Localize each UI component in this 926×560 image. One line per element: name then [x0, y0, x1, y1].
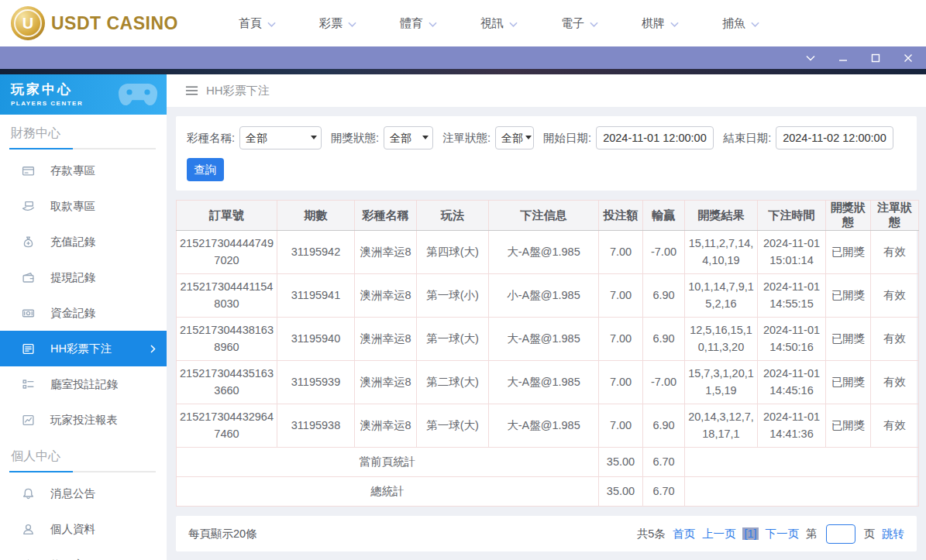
- players-center-header: 玩家中心 PLAYERS CENTER: [0, 74, 167, 115]
- table-header-row: 訂單號期數彩種名稱玩法下注信息投注額輸贏開獎結果下注時間開獎狀態注單狀態: [177, 201, 919, 231]
- sidebar-item-player-bet-report[interactable]: 玩家投注報表: [0, 402, 167, 438]
- jump-page-input[interactable]: [826, 524, 855, 544]
- chevron-down-icon: [751, 22, 759, 27]
- nav-item-fishing[interactable]: 捕魚: [701, 16, 781, 31]
- cell-win-loss: -7.00: [643, 361, 685, 404]
- page-size-text: 每頁顯示20條: [188, 527, 257, 541]
- nav-item-home[interactable]: 首頁: [217, 16, 298, 31]
- withdraw-hand-icon: [22, 200, 35, 213]
- banknote-icon: [22, 307, 35, 320]
- nav-item-label: 彩票: [319, 16, 343, 31]
- cell-order-status: 有效: [871, 318, 919, 361]
- nav-item-electronic[interactable]: 電子: [539, 16, 620, 31]
- decorative-strip: [0, 69, 926, 74]
- col-header-bet-amount: 投注額: [599, 201, 643, 231]
- cell-bet-time: 2024-11-01 15:01:14: [758, 231, 826, 274]
- col-header-order-no: 訂單號: [177, 201, 277, 231]
- sidebar-item-withdraw-zone[interactable]: 取款專區: [0, 188, 167, 224]
- cell-order-no: 2152173044329647460: [177, 404, 277, 448]
- cell-period: 31195941: [277, 274, 355, 318]
- jump-suffix-label: 页: [864, 527, 876, 541]
- draw-status-select[interactable]: 全部: [384, 126, 433, 149]
- section-title: 財務中心: [0, 115, 167, 148]
- window-close-icon[interactable]: [903, 53, 914, 64]
- nav-item-chess[interactable]: 棋牌: [620, 16, 701, 31]
- sidebar-item-deposit-zone[interactable]: 存款專區: [0, 153, 167, 188]
- bell-icon: [22, 487, 35, 500]
- sidebar-item-hh-lottery-bets[interactable]: HH彩票下注: [0, 331, 167, 366]
- cell-order-status: 有效: [871, 404, 919, 448]
- lottery-name-select[interactable]: 全部: [239, 126, 322, 149]
- cell-lottery-name: 澳洲幸运8: [355, 274, 417, 318]
- sidebar-item-funds-records[interactable]: 資金記錄: [0, 295, 167, 331]
- end-date-input[interactable]: [776, 126, 893, 149]
- cell-lottery-name: 澳洲幸运8: [355, 404, 417, 448]
- total-summary-empty: [685, 477, 919, 507]
- sidebar-item-profile[interactable]: 個人資料: [0, 511, 167, 547]
- cell-draw-result: 12,5,16,15,10,11,3,20: [685, 318, 758, 361]
- start-date-input[interactable]: [596, 126, 714, 149]
- end-date-label: 結束日期:: [723, 131, 771, 146]
- chevron-down-icon: [429, 22, 437, 27]
- sidebar-item-recharge-records[interactable]: 充值記錄: [0, 224, 167, 259]
- person-icon: [22, 523, 35, 536]
- table-row: 215217304432964746031195938澳洲幸运8第一球(大)大-…: [177, 404, 919, 448]
- cell-lottery-name: 澳洲幸运8: [355, 318, 417, 361]
- window-minimize-icon[interactable]: [838, 53, 849, 64]
- window-chevron-down-icon[interactable]: [805, 53, 816, 64]
- prev-page-link[interactable]: 上一页: [702, 527, 736, 541]
- gamepad-icon: [115, 79, 160, 110]
- cell-order-status: 有效: [871, 361, 919, 404]
- col-header-bet-info: 下注信息: [489, 201, 599, 231]
- hamburger-menu-icon[interactable]: [185, 85, 198, 96]
- cell-order-no: 2152173044411548030: [177, 274, 277, 318]
- chevron-down-icon: [509, 22, 518, 27]
- sidebar-sections: 財務中心存款專區取款專區充值記錄提現記錄資金記錄HH彩票下注廳室投註記錄玩家投注…: [0, 115, 167, 560]
- total-summary-bet-amount: 35.00: [599, 477, 643, 507]
- first-page-link[interactable]: 首页: [673, 527, 695, 541]
- cell-draw-status: 已開獎: [826, 361, 871, 404]
- nav-item-label: 棋牌: [642, 16, 665, 31]
- nav-item-label: 捕魚: [722, 16, 745, 31]
- cell-win-loss: 6.90: [643, 274, 685, 318]
- cell-period: 31195942: [277, 231, 355, 274]
- sidebar-item-change-password[interactable]: 修改密碼: [0, 547, 167, 560]
- order-status-select[interactable]: 全部: [495, 126, 534, 149]
- logo-text: USDT CASINO: [51, 13, 178, 34]
- cell-order-status: 有效: [871, 231, 919, 274]
- search-button[interactable]: 查詢: [187, 158, 224, 181]
- cell-bet-time: 2024-11-01 14:45:16: [758, 361, 826, 404]
- current-page-indicator[interactable]: [1]: [742, 527, 758, 540]
- page-summary-label: 當前頁統計: [177, 448, 599, 477]
- cell-play-type: 第二球(大): [417, 361, 489, 404]
- jump-button[interactable]: 跳转: [882, 527, 904, 541]
- sidebar-item-label: 存款專區: [50, 163, 95, 178]
- next-page-link[interactable]: 下一页: [766, 527, 800, 541]
- window-maximize-icon[interactable]: [870, 53, 881, 64]
- breadcrumb: HH彩票下注: [167, 74, 926, 107]
- col-header-draw-result: 開獎結果: [685, 201, 758, 231]
- nav-item-lottery[interactable]: 彩票: [298, 16, 378, 31]
- col-header-play-type: 玩法: [417, 201, 489, 231]
- cell-period: 31195940: [277, 318, 355, 361]
- site-logo[interactable]: U USDT CASINO: [11, 6, 178, 40]
- sidebar-item-messages[interactable]: 消息公告: [0, 476, 167, 511]
- cell-bet-amount: 7.00: [599, 318, 643, 361]
- sidebar-item-hall-bet-records[interactable]: 廳室投註記錄: [0, 366, 167, 402]
- sidebar: 玩家中心 PLAYERS CENTER 財務中心存款專區取款專區充值記錄提現記錄…: [0, 74, 167, 560]
- cell-bet-amount: 7.00: [599, 404, 643, 448]
- jump-prefix-label: 第: [806, 527, 818, 541]
- table-row: 215217304444749702031195942澳洲幸运8第四球(大)大-…: [177, 231, 919, 274]
- col-header-period: 期數: [277, 201, 355, 231]
- sidebar-item-withdraw-records[interactable]: 提現記錄: [0, 259, 167, 295]
- lottery-name-label: 彩種名稱:: [187, 131, 235, 146]
- chevron-down-icon: [267, 22, 276, 27]
- cell-order-status: 有效: [871, 274, 919, 318]
- nav-item-video[interactable]: 視訊: [459, 16, 539, 31]
- cell-lottery-name: 澳洲幸运8: [355, 231, 417, 274]
- cell-order-no: 2152173044381638960: [177, 318, 277, 361]
- logo-coin-icon: U: [11, 6, 45, 40]
- total-summary-label: 總統計: [177, 477, 599, 507]
- cell-order-no: 2152173044351633660: [177, 361, 277, 404]
- nav-item-sports[interactable]: 體育: [378, 16, 459, 31]
